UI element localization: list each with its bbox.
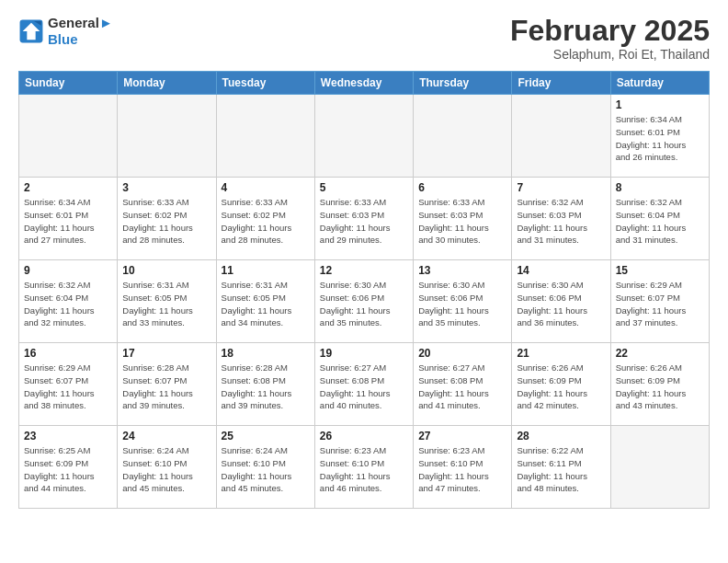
calendar-cell: 13Sunrise: 6:30 AM Sunset: 6:06 PM Dayli… (414, 260, 512, 343)
logo-icon (18, 18, 44, 44)
calendar-cell: 11Sunrise: 6:31 AM Sunset: 6:05 PM Dayli… (216, 260, 314, 343)
day-number: 25 (222, 430, 310, 442)
day-info: Sunrise: 6:24 AM Sunset: 6:10 PM Dayligh… (122, 444, 210, 495)
day-number: 6 (418, 181, 506, 194)
day-info: Sunrise: 6:33 AM Sunset: 6:02 PM Dayligh… (222, 196, 310, 247)
day-info: Sunrise: 6:31 AM Sunset: 6:05 PM Dayligh… (122, 279, 210, 329)
day-number: 4 (222, 181, 310, 194)
calendar-cell: 10Sunrise: 6:31 AM Sunset: 6:05 PM Dayli… (118, 260, 216, 343)
day-info: Sunrise: 6:26 AM Sunset: 6:09 PM Dayligh… (616, 362, 704, 412)
day-info: Sunrise: 6:28 AM Sunset: 6:07 PM Dayligh… (122, 362, 210, 412)
day-info: Sunrise: 6:28 AM Sunset: 6:08 PM Dayligh… (222, 362, 310, 412)
day-number: 11 (222, 264, 310, 277)
day-info: Sunrise: 6:32 AM Sunset: 6:03 PM Dayligh… (517, 196, 605, 247)
day-info: Sunrise: 6:34 AM Sunset: 6:01 PM Dayligh… (24, 196, 112, 247)
day-number: 23 (24, 430, 112, 442)
calendar-cell: 5Sunrise: 6:33 AM Sunset: 6:03 PM Daylig… (314, 178, 413, 260)
calendar-table: SundayMondayTuesdayWednesdayThursdayFrid… (18, 71, 710, 509)
calendar-cell: 22Sunrise: 6:26 AM Sunset: 6:09 PM Dayli… (610, 343, 709, 426)
day-number: 22 (616, 347, 704, 360)
weekday-header-wednesday: Wednesday (314, 72, 413, 95)
day-number: 16 (24, 347, 112, 360)
calendar-cell: 24Sunrise: 6:24 AM Sunset: 6:10 PM Dayli… (118, 426, 216, 509)
day-info: Sunrise: 6:26 AM Sunset: 6:09 PM Dayligh… (517, 362, 605, 412)
day-info: Sunrise: 6:32 AM Sunset: 6:04 PM Dayligh… (616, 196, 704, 247)
day-info: Sunrise: 6:23 AM Sunset: 6:10 PM Dayligh… (418, 444, 506, 495)
calendar-cell: 7Sunrise: 6:32 AM Sunset: 6:03 PM Daylig… (512, 178, 610, 260)
calendar-body: 1Sunrise: 6:34 AM Sunset: 6:01 PM Daylig… (19, 95, 710, 509)
weekday-header-thursday: Thursday (414, 72, 512, 95)
calendar-cell: 15Sunrise: 6:29 AM Sunset: 6:07 PM Dayli… (610, 260, 709, 343)
month-title: February 2025 (510, 15, 710, 47)
day-info: Sunrise: 6:33 AM Sunset: 6:02 PM Dayligh… (122, 196, 210, 247)
day-info: Sunrise: 6:29 AM Sunset: 6:07 PM Dayligh… (616, 279, 704, 329)
calendar-cell: 27Sunrise: 6:23 AM Sunset: 6:10 PM Dayli… (414, 426, 512, 509)
calendar-week-row: 9Sunrise: 6:32 AM Sunset: 6:04 PM Daylig… (19, 260, 710, 343)
day-number: 14 (517, 264, 605, 277)
calendar-cell: 16Sunrise: 6:29 AM Sunset: 6:07 PM Dayli… (19, 343, 118, 426)
calendar-cell (414, 95, 512, 178)
day-number: 17 (122, 347, 210, 360)
calendar-cell: 1Sunrise: 6:34 AM Sunset: 6:01 PM Daylig… (610, 95, 709, 178)
logo-text: General► Blue (48, 15, 113, 48)
calendar-cell (19, 95, 118, 178)
calendar-cell (216, 95, 314, 178)
calendar-cell: 23Sunrise: 6:25 AM Sunset: 6:09 PM Dayli… (19, 426, 118, 509)
calendar-cell (118, 95, 216, 178)
calendar-cell: 8Sunrise: 6:32 AM Sunset: 6:04 PM Daylig… (610, 178, 709, 260)
day-number: 20 (418, 347, 506, 360)
weekday-header-tuesday: Tuesday (216, 72, 314, 95)
calendar-header: SundayMondayTuesdayWednesdayThursdayFrid… (19, 72, 710, 95)
calendar-cell: 3Sunrise: 6:33 AM Sunset: 6:02 PM Daylig… (118, 178, 216, 260)
calendar-cell: 6Sunrise: 6:33 AM Sunset: 6:03 PM Daylig… (414, 178, 512, 260)
day-number: 18 (222, 347, 310, 360)
calendar-page: General► Blue February 2025 Selaphum, Ro… (0, 0, 728, 523)
day-info: Sunrise: 6:33 AM Sunset: 6:03 PM Dayligh… (418, 196, 506, 247)
calendar-cell: 26Sunrise: 6:23 AM Sunset: 6:10 PM Dayli… (314, 426, 413, 509)
day-number: 5 (320, 181, 408, 194)
weekday-header-friday: Friday (512, 72, 610, 95)
day-number: 3 (122, 181, 210, 194)
day-info: Sunrise: 6:30 AM Sunset: 6:06 PM Dayligh… (418, 279, 506, 329)
day-number: 1 (616, 98, 704, 111)
calendar-cell: 19Sunrise: 6:27 AM Sunset: 6:08 PM Dayli… (314, 343, 413, 426)
day-number: 12 (320, 264, 408, 277)
day-number: 15 (616, 264, 704, 277)
title-block: February 2025 Selaphum, Roi Et, Thailand (510, 15, 710, 62)
day-number: 19 (320, 347, 408, 360)
day-number: 7 (517, 181, 605, 194)
day-number: 10 (122, 264, 210, 277)
day-info: Sunrise: 6:23 AM Sunset: 6:10 PM Dayligh… (320, 444, 408, 495)
calendar-cell: 18Sunrise: 6:28 AM Sunset: 6:08 PM Dayli… (216, 343, 314, 426)
day-number: 28 (517, 430, 605, 442)
calendar-week-row: 1Sunrise: 6:34 AM Sunset: 6:01 PM Daylig… (19, 95, 710, 178)
calendar-cell: 21Sunrise: 6:26 AM Sunset: 6:09 PM Dayli… (512, 343, 610, 426)
day-info: Sunrise: 6:29 AM Sunset: 6:07 PM Dayligh… (24, 362, 112, 412)
day-info: Sunrise: 6:30 AM Sunset: 6:06 PM Dayligh… (517, 279, 605, 329)
calendar-cell: 9Sunrise: 6:32 AM Sunset: 6:04 PM Daylig… (19, 260, 118, 343)
day-info: Sunrise: 6:34 AM Sunset: 6:01 PM Dayligh… (616, 113, 704, 164)
calendar-cell: 17Sunrise: 6:28 AM Sunset: 6:07 PM Dayli… (118, 343, 216, 426)
weekday-header-monday: Monday (118, 72, 216, 95)
weekday-header-row: SundayMondayTuesdayWednesdayThursdayFrid… (19, 72, 710, 95)
day-info: Sunrise: 6:30 AM Sunset: 6:06 PM Dayligh… (320, 279, 408, 329)
calendar-cell: 4Sunrise: 6:33 AM Sunset: 6:02 PM Daylig… (216, 178, 314, 260)
calendar-cell: 12Sunrise: 6:30 AM Sunset: 6:06 PM Dayli… (314, 260, 413, 343)
day-number: 13 (418, 264, 506, 277)
calendar-week-row: 2Sunrise: 6:34 AM Sunset: 6:01 PM Daylig… (19, 178, 710, 260)
header: General► Blue February 2025 Selaphum, Ro… (18, 15, 710, 62)
calendar-cell (314, 95, 413, 178)
day-number: 2 (24, 181, 112, 194)
weekday-header-sunday: Sunday (19, 72, 118, 95)
calendar-cell (610, 426, 709, 509)
weekday-header-saturday: Saturday (610, 72, 709, 95)
calendar-week-row: 16Sunrise: 6:29 AM Sunset: 6:07 PM Dayli… (19, 343, 710, 426)
day-info: Sunrise: 6:27 AM Sunset: 6:08 PM Dayligh… (418, 362, 506, 412)
calendar-cell: 25Sunrise: 6:24 AM Sunset: 6:10 PM Dayli… (216, 426, 314, 509)
calendar-cell: 28Sunrise: 6:22 AM Sunset: 6:11 PM Dayli… (512, 426, 610, 509)
day-number: 26 (320, 430, 408, 442)
calendar-cell: 14Sunrise: 6:30 AM Sunset: 6:06 PM Dayli… (512, 260, 610, 343)
day-info: Sunrise: 6:27 AM Sunset: 6:08 PM Dayligh… (320, 362, 408, 412)
logo: General► Blue (18, 15, 113, 48)
day-info: Sunrise: 6:33 AM Sunset: 6:03 PM Dayligh… (320, 196, 408, 247)
